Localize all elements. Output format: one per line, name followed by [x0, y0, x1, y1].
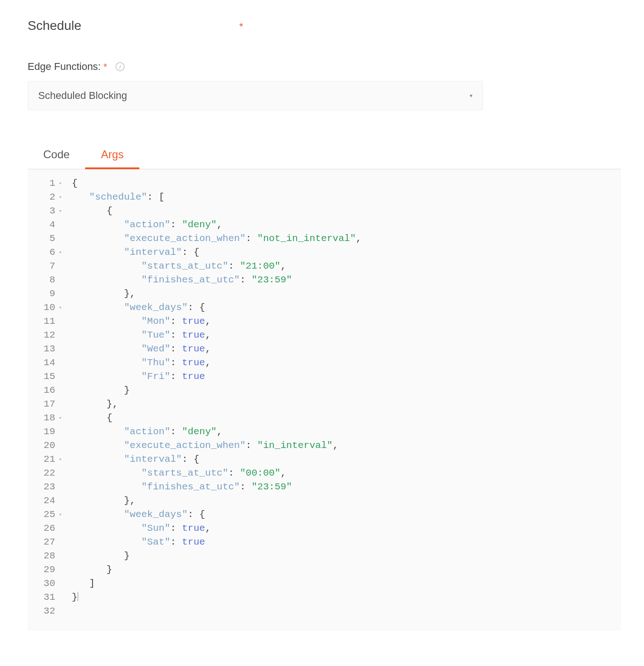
fold-toggle-icon[interactable]: ▾	[58, 453, 63, 466]
fold-toggle-icon[interactable]: ▾	[58, 508, 63, 522]
required-star-icon: *	[239, 21, 243, 33]
line-number: 25▾	[28, 508, 65, 522]
code-line[interactable]: "execute_action_when": "not_in_interval"…	[72, 232, 621, 246]
code-line[interactable]: {	[72, 204, 621, 218]
line-number: 9	[28, 287, 65, 301]
line-number: 24	[28, 494, 65, 508]
code-line[interactable]: "starts_at_utc": "00:00",	[72, 466, 621, 480]
code-line[interactable]: },	[72, 287, 621, 301]
fold-toggle-icon[interactable]: ▾	[58, 190, 63, 204]
line-number: 10▾	[28, 301, 65, 315]
code-line[interactable]: "week_days": {	[72, 508, 621, 522]
code-line[interactable]: "Mon": true,	[72, 315, 621, 328]
section-title: Schedule	[28, 18, 239, 33]
required-star-icon: *	[104, 62, 107, 72]
text-cursor	[78, 592, 78, 601]
code-line[interactable]: "Fri": true	[72, 370, 621, 384]
editor-code-area[interactable]: { "schedule": [ { "action": "deny", "exe…	[69, 177, 621, 618]
code-line[interactable]: ]	[72, 577, 621, 591]
code-line[interactable]: "Wed": true,	[72, 342, 621, 356]
tab-args[interactable]: Args	[85, 143, 139, 169]
code-line[interactable]: "action": "deny",	[72, 425, 621, 439]
line-number: 23	[28, 480, 65, 494]
code-editor[interactable]: 1▾2▾3▾456▾78910▾1112131415161718▾192021▾…	[28, 169, 621, 631]
tab-code[interactable]: Code	[28, 143, 85, 169]
code-line[interactable]: }	[72, 563, 621, 577]
line-number: 26	[28, 522, 65, 535]
line-number: 31	[28, 591, 65, 604]
code-line[interactable]: "execute_action_when": "in_interval",	[72, 439, 621, 453]
code-line[interactable]: "Tue": true,	[72, 328, 621, 342]
line-number: 15	[28, 370, 65, 384]
chevron-down-icon: ▾	[470, 92, 472, 99]
code-line[interactable]: },	[72, 397, 621, 411]
line-number: 29	[28, 563, 65, 577]
code-line[interactable]: "finishes_at_utc": "23:59"	[72, 480, 621, 494]
line-number: 5	[28, 232, 65, 246]
line-number: 30	[28, 577, 65, 591]
code-line[interactable]: {	[72, 411, 621, 425]
fold-toggle-icon[interactable]: ▾	[58, 411, 63, 425]
line-number: 28	[28, 549, 65, 563]
code-line[interactable]: "finishes_at_utc": "23:59"	[72, 273, 621, 287]
tabs: Code Args	[28, 143, 621, 169]
code-line[interactable]: "interval": {	[72, 453, 621, 466]
code-line[interactable]: "Sat": true	[72, 535, 621, 549]
line-number: 17	[28, 397, 65, 411]
line-number: 13	[28, 342, 65, 356]
line-number: 7	[28, 259, 65, 273]
fold-toggle-icon[interactable]: ▾	[58, 177, 63, 190]
line-number: 18▾	[28, 411, 65, 425]
code-line[interactable]: "Thu": true,	[72, 356, 621, 370]
line-number: 16	[28, 384, 65, 397]
fold-toggle-icon[interactable]: ▾	[58, 246, 63, 259]
fold-toggle-icon[interactable]: ▾	[58, 301, 63, 315]
line-number: 6▾	[28, 246, 65, 259]
code-line[interactable]	[72, 604, 621, 618]
code-line[interactable]: }	[72, 384, 621, 397]
line-number: 32	[28, 604, 65, 618]
select-value: Scheduled Blocking	[38, 90, 127, 102]
code-line[interactable]: }	[72, 591, 621, 604]
code-line[interactable]: "Sun": true,	[72, 522, 621, 535]
edge-functions-label: Edge Functions:	[28, 61, 101, 73]
fold-toggle-icon[interactable]: ▾	[58, 204, 63, 218]
editor-gutter: 1▾2▾3▾456▾78910▾1112131415161718▾192021▾…	[28, 177, 69, 618]
code-line[interactable]: {	[72, 177, 621, 190]
line-number: 20	[28, 439, 65, 453]
line-number: 22	[28, 466, 65, 480]
code-line[interactable]: }	[72, 549, 621, 563]
line-number: 3▾	[28, 204, 65, 218]
line-number: 8	[28, 273, 65, 287]
line-number: 11	[28, 315, 65, 328]
code-line[interactable]: "starts_at_utc": "21:00",	[72, 259, 621, 273]
code-line[interactable]: "week_days": {	[72, 301, 621, 315]
code-line[interactable]: "schedule": [	[72, 190, 621, 204]
line-number: 12	[28, 328, 65, 342]
line-number: 27	[28, 535, 65, 549]
edge-functions-select[interactable]: Scheduled Blocking ▾	[28, 81, 483, 110]
code-line[interactable]: "interval": {	[72, 246, 621, 259]
line-number: 1▾	[28, 177, 65, 190]
code-line[interactable]: "action": "deny",	[72, 218, 621, 232]
line-number: 14	[28, 356, 65, 370]
line-number: 2▾	[28, 190, 65, 204]
info-icon[interactable]: i	[115, 62, 125, 71]
line-number: 4	[28, 218, 65, 232]
code-line[interactable]: },	[72, 494, 621, 508]
line-number: 19	[28, 425, 65, 439]
line-number: 21▾	[28, 453, 65, 466]
